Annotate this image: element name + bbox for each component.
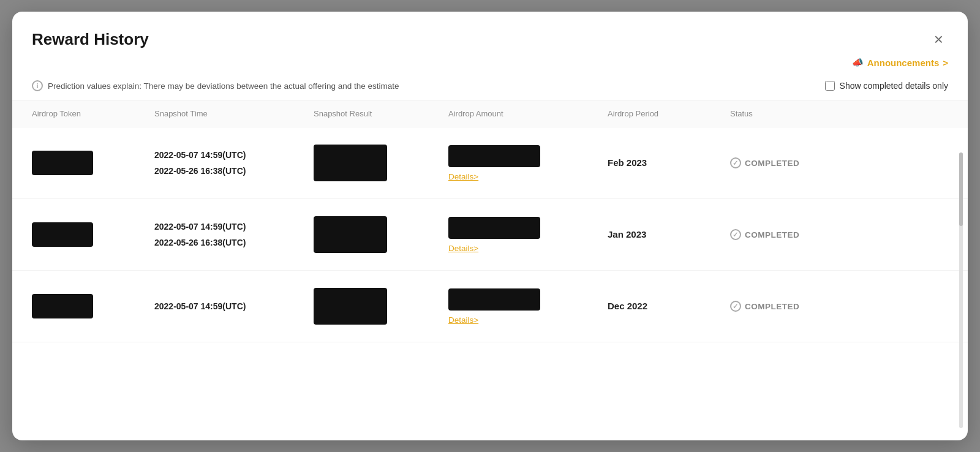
col-header-airdrop-period: Airdrop Period — [608, 109, 730, 118]
info-row: i Prediction values explain: There may b… — [12, 74, 968, 100]
period-text-1: Feb 2023 — [608, 157, 647, 168]
announcements-label: Announcements — [867, 58, 940, 68]
snapshot-times-2: 2022-05-07 14:59(UTC) 2022-05-26 16:38(U… — [154, 222, 314, 247]
announcements-arrow: > — [943, 58, 948, 68]
announcements-link[interactable]: 📣 Announcements > — [852, 57, 948, 68]
airdrop-amount-3: Details> — [448, 288, 608, 325]
table-row: 2022-05-07 14:59(UTC) Details> Dec 2022 … — [12, 271, 968, 342]
snapshot-time-1a: 2022-05-07 14:59(UTC) — [154, 150, 314, 160]
snapshot-times-1: 2022-05-07 14:59(UTC) 2022-05-26 16:38(U… — [154, 150, 314, 176]
show-completed-label: Show completed details only — [840, 81, 948, 91]
snapshot-times-3: 2022-05-07 14:59(UTC) — [154, 301, 314, 311]
status-completed-2: COMPLETED — [730, 229, 853, 240]
snapshot-time-2b: 2022-05-26 16:38(UTC) — [154, 238, 314, 247]
reward-history-modal: Reward History × 📣 Announcements > i Pre… — [12, 12, 968, 440]
token-image-2 — [32, 222, 93, 247]
announcements-row: 📣 Announcements > — [12, 57, 968, 74]
snapshot-result-2 — [314, 216, 448, 253]
amount-image-1 — [448, 145, 540, 167]
col-header-token: Airdrop Token — [32, 109, 154, 118]
table-header: Airdrop Token Snapshot Time Snapshot Res… — [12, 100, 968, 127]
megaphone-icon: 📣 — [852, 57, 864, 68]
table-row: 2022-05-07 14:59(UTC) 2022-05-26 16:38(U… — [12, 127, 968, 199]
amount-image-2 — [448, 217, 540, 239]
details-link-1[interactable]: Details> — [448, 172, 478, 181]
col-header-status: Status — [730, 109, 853, 118]
close-button[interactable]: × — [929, 29, 948, 50]
period-text-3: Dec 2022 — [608, 301, 647, 311]
snapshot-result-3 — [314, 288, 448, 325]
status-completed-3: COMPLETED — [730, 301, 853, 312]
check-circle-3 — [730, 301, 741, 312]
snapshot-time-1b: 2022-05-26 16:38(UTC) — [154, 166, 314, 176]
col-header-snapshot-result: Snapshot Result — [314, 109, 448, 118]
details-link-2[interactable]: Details> — [448, 244, 478, 253]
status-label-1: COMPLETED — [745, 159, 799, 168]
modal-header: Reward History × — [12, 12, 968, 57]
airdrop-amount-1: Details> — [448, 145, 608, 181]
snapshot-result-image-2 — [314, 216, 387, 253]
snapshot-result-image-1 — [314, 145, 387, 181]
check-circle-1 — [730, 157, 741, 168]
airdrop-period-1: Feb 2023 — [608, 157, 730, 168]
snapshot-result-image-3 — [314, 288, 387, 325]
info-text: Prediction values explain: There may be … — [48, 81, 399, 91]
status-2: COMPLETED — [730, 229, 853, 240]
token-image-3 — [32, 294, 93, 318]
snapshot-time-3a: 2022-05-07 14:59(UTC) — [154, 301, 314, 311]
modal-title: Reward History — [32, 30, 149, 49]
check-circle-2 — [730, 229, 741, 240]
show-completed-filter: Show completed details only — [825, 81, 948, 91]
airdrop-amount-2: Details> — [448, 217, 608, 253]
airdrop-period-2: Jan 2023 — [608, 229, 730, 240]
scrollbar-thumb[interactable] — [959, 153, 963, 226]
details-link-3[interactable]: Details> — [448, 315, 478, 325]
status-1: COMPLETED — [730, 157, 853, 168]
amount-image-3 — [448, 288, 540, 311]
status-completed-1: COMPLETED — [730, 157, 853, 168]
col-header-snapshot-time: Snapshot Time — [154, 109, 314, 118]
info-text-group: i Prediction values explain: There may b… — [32, 80, 399, 91]
token-logo-2 — [32, 222, 154, 247]
status-label-2: COMPLETED — [745, 230, 799, 239]
show-completed-checkbox[interactable] — [825, 81, 835, 91]
token-logo-1 — [32, 151, 154, 175]
status-3: COMPLETED — [730, 301, 853, 312]
airdrop-period-3: Dec 2022 — [608, 301, 730, 312]
info-icon: i — [32, 80, 43, 91]
snapshot-time-2a: 2022-05-07 14:59(UTC) — [154, 222, 314, 232]
period-text-2: Jan 2023 — [608, 229, 646, 239]
status-label-3: COMPLETED — [745, 302, 799, 311]
table-container: Airdrop Token Snapshot Time Snapshot Res… — [12, 100, 968, 342]
token-logo-3 — [32, 294, 154, 318]
table-row: 2022-05-07 14:59(UTC) 2022-05-26 16:38(U… — [12, 199, 968, 271]
token-image-1 — [32, 151, 93, 175]
scrollbar-track — [959, 153, 963, 428]
snapshot-result-1 — [314, 145, 448, 181]
col-header-airdrop-amount: Airdrop Amount — [448, 109, 608, 118]
